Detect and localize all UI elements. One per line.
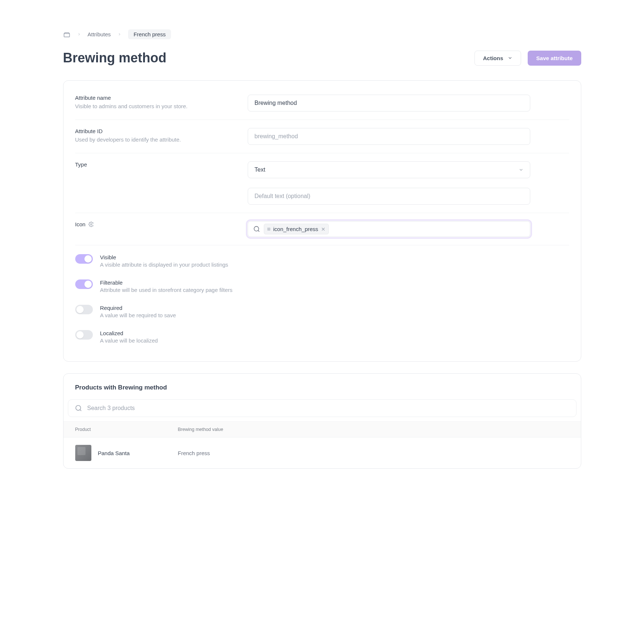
actions-button[interactable]: Actions (474, 51, 521, 66)
save-attribute-button[interactable]: Save attribute (528, 51, 581, 66)
product-thumbnail (75, 445, 91, 461)
toggle-visible[interactable] (75, 254, 93, 264)
icon-search-input[interactable]: ⊞ icon_french_press ✕ (248, 221, 530, 237)
attribute-id-label: Attribute ID (75, 128, 239, 134)
toggle-required[interactable] (75, 305, 93, 314)
search-icon (75, 405, 82, 412)
type-select[interactable]: Text (248, 161, 530, 178)
icon-token-label: icon_french_press (273, 226, 319, 232)
actions-button-label: Actions (483, 55, 503, 61)
svg-point-1 (254, 226, 259, 231)
default-text-input[interactable] (248, 188, 530, 205)
products-section-title: Products with Brewing method (63, 374, 581, 399)
svg-point-0 (90, 224, 92, 225)
attribute-name-desc: Visible to admins and customers in your … (75, 102, 239, 111)
toggle-required-desc: A value will be required to save (100, 312, 176, 318)
toggle-filterable-desc: Attribute will be used in storefront cat… (100, 287, 233, 293)
svg-point-3 (76, 406, 80, 410)
chevron-right-icon (117, 32, 121, 36)
product-name: Panda Santa (98, 450, 130, 456)
icon-label: Icon (75, 221, 85, 227)
toggle-localized-label: Localized (100, 330, 158, 336)
svg-line-4 (80, 410, 81, 411)
table-row[interactable]: Panda Santa French press (63, 438, 581, 468)
search-icon (253, 226, 260, 233)
gear-icon[interactable] (88, 222, 94, 227)
type-label: Type (75, 161, 239, 168)
attribute-name-input[interactable] (248, 95, 530, 111)
page-title: Brewing method (63, 50, 167, 66)
toggle-localized-desc: A value will be localized (100, 337, 158, 344)
svg-line-2 (258, 230, 259, 231)
icon-token: ⊞ icon_french_press ✕ (264, 224, 329, 234)
image-icon: ⊞ (267, 227, 270, 231)
attribute-id-desc: Used by developers to identify the attri… (75, 136, 239, 144)
remove-token-icon[interactable]: ✕ (321, 227, 325, 232)
toggle-required-label: Required (100, 305, 176, 311)
column-value: Brewing method value (178, 427, 569, 432)
attribute-id-input[interactable] (248, 128, 530, 145)
chevron-right-icon (77, 32, 81, 36)
product-value: French press (178, 450, 210, 456)
home-icon[interactable] (63, 31, 70, 38)
breadcrumb: Attributes French press (63, 29, 581, 39)
breadcrumb-current: French press (128, 29, 171, 39)
product-search-input[interactable] (87, 405, 570, 411)
toggle-visible-label: Visible (100, 254, 228, 260)
toggle-localized[interactable] (75, 330, 93, 340)
toggle-filterable-label: Filterable (100, 279, 233, 286)
attribute-name-label: Attribute name (75, 95, 239, 101)
breadcrumb-attributes-link[interactable]: Attributes (88, 31, 111, 37)
toggle-visible-desc: A visible attribute is displayed in your… (100, 261, 228, 268)
chevron-down-icon (507, 55, 513, 61)
column-product: Product (75, 427, 178, 432)
toggle-filterable[interactable] (75, 279, 93, 289)
